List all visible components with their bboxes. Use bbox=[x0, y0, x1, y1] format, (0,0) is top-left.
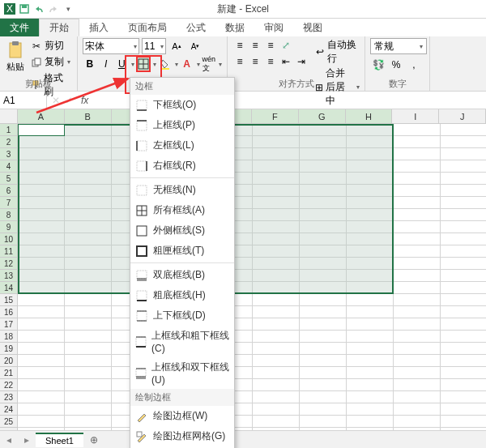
cell[interactable] bbox=[253, 136, 300, 148]
cell[interactable] bbox=[18, 136, 65, 148]
cell[interactable] bbox=[18, 306, 65, 318]
cell[interactable] bbox=[65, 355, 112, 367]
grow-font-icon[interactable]: A▴ bbox=[168, 38, 185, 54]
orientation-icon[interactable]: ⤢ bbox=[279, 38, 293, 53]
select-all-corner[interactable] bbox=[0, 109, 18, 124]
cell[interactable] bbox=[347, 258, 394, 270]
font-name-combo[interactable]: 宋体▾ bbox=[83, 38, 139, 54]
cell[interactable] bbox=[65, 294, 112, 306]
cell[interactable] bbox=[347, 270, 394, 282]
redo-icon[interactable] bbox=[47, 2, 60, 15]
cell[interactable] bbox=[300, 294, 347, 306]
cell[interactable] bbox=[65, 136, 112, 148]
cell[interactable] bbox=[347, 148, 394, 160]
row-header[interactable]: 1 bbox=[0, 124, 18, 136]
cell[interactable] bbox=[441, 124, 486, 136]
row-header[interactable]: 24 bbox=[0, 403, 18, 416]
cell[interactable] bbox=[65, 270, 112, 282]
cell[interactable] bbox=[394, 185, 441, 197]
border-option-thick[interactable]: 粗匣框线(T) bbox=[130, 241, 234, 261]
cell[interactable] bbox=[300, 403, 347, 416]
cell[interactable] bbox=[300, 245, 347, 258]
border-option-outer[interactable]: 外侧框线(S) bbox=[130, 220, 234, 241]
cell[interactable] bbox=[441, 209, 486, 221]
cell[interactable] bbox=[65, 379, 112, 391]
row-header[interactable]: 19 bbox=[0, 343, 18, 355]
cell[interactable] bbox=[347, 233, 394, 245]
cell[interactable] bbox=[253, 294, 300, 306]
enter-formula-icon[interactable]: ✓ bbox=[65, 95, 73, 106]
align-center-icon[interactable]: ≡ bbox=[248, 54, 262, 69]
comma-icon[interactable]: , bbox=[406, 57, 422, 73]
tab-view[interactable]: 视图 bbox=[293, 19, 332, 36]
border-option-bottom[interactable]: 下框线(O) bbox=[130, 95, 234, 115]
cell[interactable] bbox=[65, 160, 112, 173]
cell[interactable] bbox=[18, 379, 65, 391]
cell[interactable] bbox=[300, 258, 347, 270]
cell[interactable] bbox=[394, 124, 441, 136]
row-header[interactable]: 5 bbox=[0, 173, 18, 185]
cell[interactable] bbox=[394, 270, 441, 282]
column-header[interactable]: I bbox=[392, 109, 439, 124]
row-header[interactable]: 21 bbox=[0, 367, 18, 379]
border-option-top[interactable]: 上框线(P) bbox=[130, 115, 234, 135]
undo-icon[interactable] bbox=[32, 2, 45, 15]
cell[interactable] bbox=[394, 221, 441, 233]
cell[interactable] bbox=[347, 294, 394, 306]
cell[interactable] bbox=[300, 270, 347, 282]
row-header[interactable]: 11 bbox=[0, 245, 18, 258]
cell[interactable] bbox=[441, 233, 486, 245]
cell[interactable] bbox=[441, 270, 486, 282]
cell[interactable] bbox=[18, 331, 65, 343]
cell[interactable] bbox=[253, 343, 300, 355]
cell[interactable] bbox=[18, 294, 65, 306]
column-header[interactable]: J bbox=[439, 109, 486, 124]
cell[interactable] bbox=[441, 245, 486, 258]
cell[interactable] bbox=[18, 258, 65, 270]
add-sheet-icon[interactable]: ⊕ bbox=[83, 434, 104, 446]
cell[interactable] bbox=[441, 258, 486, 270]
row-header[interactable]: 17 bbox=[0, 318, 18, 331]
font-size-combo[interactable]: 11▾ bbox=[142, 38, 166, 54]
column-header[interactable]: F bbox=[252, 109, 299, 124]
cell[interactable] bbox=[347, 160, 394, 173]
cell[interactable] bbox=[300, 306, 347, 318]
row-header[interactable]: 18 bbox=[0, 331, 18, 343]
cell[interactable] bbox=[441, 294, 486, 306]
cell[interactable] bbox=[65, 173, 112, 185]
borders-button[interactable] bbox=[136, 56, 151, 72]
cell[interactable] bbox=[253, 270, 300, 282]
cell[interactable] bbox=[300, 379, 347, 391]
cell[interactable] bbox=[300, 148, 347, 160]
cell[interactable] bbox=[347, 245, 394, 258]
cell[interactable] bbox=[300, 416, 347, 428]
save-icon[interactable] bbox=[18, 2, 31, 15]
cell[interactable] bbox=[300, 136, 347, 148]
fill-color-button[interactable] bbox=[158, 56, 173, 72]
cell[interactable] bbox=[394, 379, 441, 391]
cell[interactable] bbox=[394, 233, 441, 245]
cell[interactable] bbox=[65, 391, 112, 403]
cell[interactable] bbox=[441, 355, 486, 367]
cell[interactable] bbox=[253, 355, 300, 367]
percent-icon[interactable]: % bbox=[388, 57, 404, 73]
cell[interactable] bbox=[441, 391, 486, 403]
border-option-draw[interactable]: 绘图边框(W) bbox=[130, 406, 234, 426]
cell[interactable] bbox=[300, 282, 347, 294]
cell[interactable] bbox=[253, 331, 300, 343]
number-format-combo[interactable]: 常规▾ bbox=[370, 38, 427, 54]
cell[interactable] bbox=[441, 148, 486, 160]
cell[interactable] bbox=[394, 391, 441, 403]
row-header[interactable]: 14 bbox=[0, 282, 18, 294]
cell[interactable] bbox=[347, 391, 394, 403]
cell[interactable] bbox=[441, 136, 486, 148]
font-color-button[interactable]: A bbox=[180, 56, 194, 72]
cell[interactable] bbox=[253, 221, 300, 233]
tab-file[interactable]: 文件 bbox=[0, 19, 39, 36]
cell[interactable] bbox=[441, 331, 486, 343]
cell[interactable] bbox=[441, 403, 486, 416]
cell[interactable] bbox=[253, 209, 300, 221]
cell[interactable] bbox=[65, 258, 112, 270]
border-option-none[interactable]: 无框线(N) bbox=[130, 180, 234, 200]
cell[interactable] bbox=[347, 209, 394, 221]
